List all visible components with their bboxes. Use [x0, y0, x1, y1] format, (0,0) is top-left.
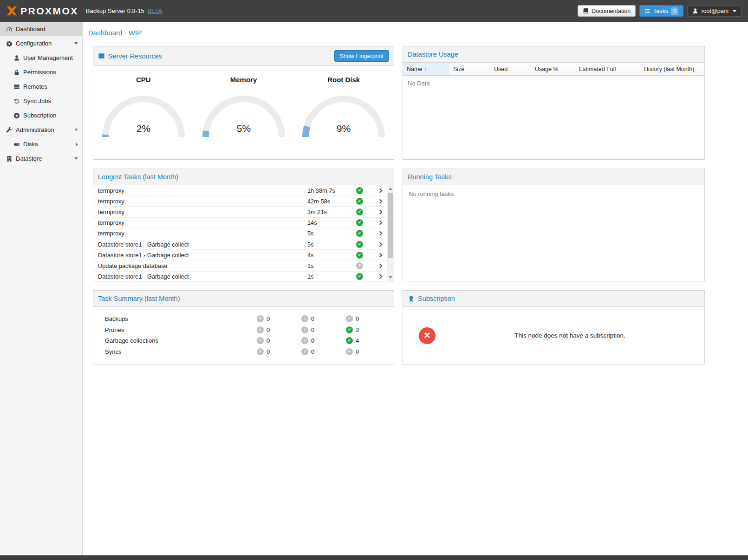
- collapse-arrow-icon[interactable]: [74, 129, 78, 131]
- task-duration: 1s: [307, 262, 356, 269]
- collapse-arrow-icon[interactable]: [74, 157, 78, 160]
- show-fingerprint-button[interactable]: Show Fingerprint: [334, 50, 390, 62]
- tasks-label: Tasks: [653, 8, 668, 14]
- task-summary-body: Backups×0!0✔0Prunes×0!0✔3Garbage collect…: [93, 307, 394, 364]
- task-row[interactable]: termproxy3m 21s✔: [93, 207, 387, 217]
- gauge-label: Memory: [230, 76, 257, 84]
- documentation-button[interactable]: Documentation: [578, 5, 636, 17]
- warning-count[interactable]: !0: [301, 337, 346, 344]
- sidebar-item-user-management[interactable]: User Management: [0, 51, 82, 65]
- open-task-button[interactable]: [373, 264, 387, 267]
- page-titlebar: Dashboard - WIP: [83, 22, 748, 44]
- column-header-size[interactable]: Size: [449, 63, 490, 75]
- longest-tasks-header: Longest Tasks (last Month): [93, 169, 394, 185]
- warning-count[interactable]: !0: [301, 315, 346, 322]
- task-row[interactable]: termproxy14s✔: [93, 218, 387, 228]
- expand-arrow-icon[interactable]: [76, 143, 78, 146]
- ok-count[interactable]: ✔0: [346, 348, 390, 355]
- longest-tasks-list: termproxy1h 38m 7s✔termproxy42m 58s✔term…: [93, 185, 387, 281]
- sidebar-item-administration[interactable]: Administration: [0, 123, 82, 137]
- task-duration: 42m 58s: [307, 198, 356, 205]
- task-type-label: Garbage collections: [93, 337, 257, 344]
- tasks-button[interactable]: Tasks 0: [639, 5, 683, 17]
- column-header-usage[interactable]: Usage %: [531, 63, 575, 75]
- scroll-up-icon: [389, 188, 392, 190]
- task-row[interactable]: Update package database1s?: [93, 260, 387, 271]
- sidebar-item-datastore[interactable]: Datastore: [0, 151, 82, 166]
- column-header-used[interactable]: Used: [490, 63, 531, 75]
- datastore-usage-panel: Datastore Usage Name↑SizeUsedUsage %Esti…: [403, 46, 705, 160]
- sidebar-item-disks[interactable]: Disks: [0, 137, 82, 151]
- ok-count[interactable]: ✔0: [346, 315, 390, 322]
- ok-count[interactable]: ✔3: [346, 326, 390, 333]
- scrollbar-thumb[interactable]: [388, 193, 393, 258]
- resource-gauges: CPU2%Memory5%Root Disk9%: [93, 66, 394, 159]
- column-header-name[interactable]: Name↑: [403, 63, 449, 75]
- scrollbar[interactable]: [387, 185, 394, 281]
- open-task-button[interactable]: [373, 232, 387, 235]
- error-status-icon: ×: [257, 315, 264, 322]
- running-tasks-body: No running tasks: [403, 185, 704, 281]
- error-count[interactable]: ×0: [257, 326, 301, 333]
- count-value: 0: [311, 326, 314, 333]
- count-value: 3: [356, 326, 359, 333]
- open-task-button[interactable]: [373, 200, 387, 203]
- task-name: termproxy: [93, 208, 307, 215]
- sidebar-item-configuration[interactable]: Configuration: [0, 36, 82, 51]
- chevron-right-icon: [377, 210, 382, 215]
- count-value: 0: [267, 315, 270, 322]
- task-row[interactable]: Datastore store1 - Garbage collect1s✔: [93, 272, 387, 281]
- sidebar-item-label: Sync Jobs: [23, 98, 51, 104]
- sidebar-item-sync-jobs[interactable]: Sync Jobs: [0, 94, 82, 108]
- scroll-up-button[interactable]: [387, 185, 394, 192]
- page-title: Dashboard - WIP: [88, 29, 142, 37]
- warning-status-icon: !: [301, 348, 308, 355]
- chevron-right-icon: [377, 253, 382, 257]
- unlock-icon: [13, 69, 20, 76]
- chevron-right-icon: [377, 263, 382, 268]
- scroll-down-button[interactable]: [387, 274, 394, 281]
- open-task-button[interactable]: [373, 210, 387, 214]
- sidebar-item-subscription[interactable]: Subscription: [0, 108, 82, 123]
- open-task-button[interactable]: [373, 189, 387, 192]
- no-data-text: No Data: [408, 80, 430, 87]
- task-duration: 1s: [307, 273, 356, 280]
- column-header-history-last-month[interactable]: History (last Month): [640, 63, 704, 75]
- user-menu-button[interactable]: root@pam: [687, 5, 741, 17]
- collapse-arrow-icon[interactable]: [74, 42, 78, 45]
- error-count[interactable]: ×0: [257, 315, 301, 322]
- subscription-message: This node does not have a subscription.: [436, 332, 704, 339]
- open-task-button[interactable]: [373, 254, 387, 257]
- running-tasks-panel: Running Tasks No running tasks: [403, 169, 705, 281]
- no-running-tasks-text: No running tasks: [409, 190, 454, 197]
- open-task-button[interactable]: [373, 221, 387, 224]
- task-status: ✔: [356, 230, 373, 237]
- task-name: Datastore store1 - Garbage collect: [93, 241, 307, 248]
- warning-count[interactable]: !0: [301, 348, 346, 355]
- task-row[interactable]: termproxy42m 58s✔: [93, 196, 387, 207]
- longest-tasks-panel: Longest Tasks (last Month) termproxy1h 3…: [93, 169, 394, 281]
- open-task-button[interactable]: [373, 243, 387, 246]
- ok-status-icon: ✔: [346, 315, 353, 322]
- warning-count[interactable]: !0: [301, 326, 346, 333]
- error-count[interactable]: ×0: [257, 348, 301, 355]
- sidebar-item-dashboard[interactable]: Dashboard: [0, 22, 82, 36]
- column-header-estimated-full[interactable]: Estimated Full: [575, 63, 640, 75]
- count-value: 0: [356, 348, 359, 355]
- task-row[interactable]: Datastore store1 - Garbage collect4s✔: [93, 250, 387, 260]
- user-icon: [692, 8, 698, 14]
- server-resources-panel: Server Resources Show Fingerprint CPU2%M…: [93, 46, 394, 160]
- sidebar-item-remotes[interactable]: Remotes: [0, 79, 82, 94]
- ok-count[interactable]: ✔4: [346, 337, 390, 344]
- ok-status-icon: ✔: [356, 241, 363, 248]
- task-row[interactable]: Datastore store1 - Garbage collect5s✔: [93, 239, 387, 250]
- task-row[interactable]: termproxy5s✔: [93, 228, 387, 239]
- sidebar-item-permissions[interactable]: Permissions: [0, 65, 82, 79]
- task-row[interactable]: termproxy1h 38m 7s✔: [93, 185, 387, 196]
- open-task-button[interactable]: [373, 275, 387, 278]
- task-list-icon: [644, 8, 650, 14]
- task-status: ✔: [356, 241, 373, 248]
- no-subscription-icon: ×: [419, 327, 436, 344]
- error-count[interactable]: ×0: [257, 337, 301, 344]
- beta-link[interactable]: BETA: [148, 8, 163, 14]
